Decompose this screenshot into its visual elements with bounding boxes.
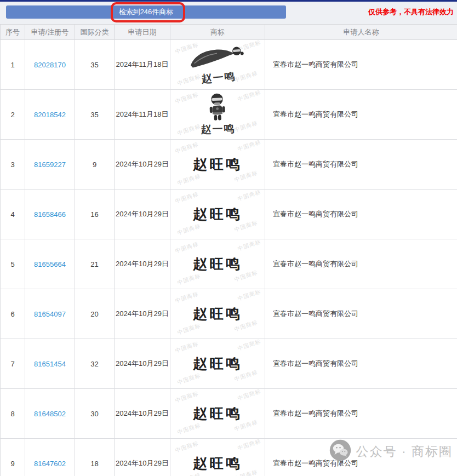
table-row: 6 81654097 20 2024年10月29日 中国商标 中国商标 中国商标… [1,289,457,339]
cell-index: 1 [1,40,25,90]
table-row: 4 81658466 16 2024年10月29日 中国商标 中国商标 中国商标… [1,190,457,239]
trademark-image: 中国商标 中国商标 中国商标 中国商标 [170,190,265,239]
wechat-icon [329,439,352,464]
trademark-image: 中国商标 中国商标 中国商标 中国商标 [170,289,265,339]
cell-reg-no: 81658466 [25,190,75,239]
cell-trademark: 中国商标 中国商标 中国商标 中国商标 [170,140,265,190]
flying-hero-logo [184,42,250,73]
cell-date: 2024年10月29日 [115,389,170,439]
cell-index: 2 [1,90,25,140]
table-header-row: 序号 申请/注册号 国际分类 申请日期 商标 申请人名称 [1,25,457,40]
cell-trademark: 中国商标 中国商标 中国商标 中国商标 [170,40,265,90]
cell-index: 5 [1,239,25,289]
cell-reg-no: 81654097 [25,289,75,339]
col-header-mark: 商标 [170,25,265,40]
table-row: 7 81651454 32 2024年10月29日 中国商标 中国商标 中国商标… [1,339,457,389]
cell-index: 9 [1,439,25,476]
cell-intl-class: 18 [75,439,115,476]
col-header-date: 申请日期 [115,25,170,40]
cell-index: 8 [1,389,25,439]
trademark-image: 中国商标 中国商标 中国商标 中国商标 [170,389,265,438]
cell-applicant: 宜春市赵一鸣商贸有限公司 [265,90,457,140]
trademark-text: 赵旺鸣 [193,404,242,423]
col-header-applicant: 申请人名称 [265,25,457,40]
registration-number-link[interactable]: 82028170 [34,61,66,69]
cell-trademark: 中国商标 中国商标 中国商标 中国商标 [170,190,265,239]
result-count-banner: 检索到246件商标 [6,5,286,19]
registration-number-link[interactable]: 81651454 [34,360,66,368]
cell-index: 6 [1,289,25,339]
registration-number-link[interactable]: 81654097 [34,310,66,318]
cell-reg-no: 81659227 [25,140,75,190]
trademark-image: 中国商标 中国商标 中国商标 中国商标 [170,40,265,89]
col-header-reg-no: 申请/注册号 [25,25,75,40]
cell-intl-class: 9 [75,140,115,190]
cell-trademark: 中国商标 中国商标 中国商标 中国商标 [170,439,265,476]
cell-intl-class: 30 [75,389,115,439]
cell-reg-no: 81655664 [25,239,75,289]
trademark-text: 赵旺鸣 [193,454,242,473]
cell-applicant: 宜春市赵一鸣商贸有限公司 [265,389,457,439]
col-header-class: 国际分类 [75,25,115,40]
table-row: 1 82028170 35 2024年11月18日 中国商标 中国商标 中国商标… [1,40,457,90]
trademark-image: 中国商标 中国商标 中国商标 中国商标 [170,339,265,388]
cell-date: 2024年10月29日 [115,140,170,190]
table-row: 5 81655664 21 2024年10月29日 中国商标 中国商标 中国商标… [1,239,457,289]
registration-number-link[interactable]: 81659227 [34,160,66,169]
cell-applicant: 宜春市赵一鸣商贸有限公司 [265,289,457,339]
cell-reg-no: 82028170 [25,40,75,90]
trademark-search-results-page: 检索到246件商标 仅供参考，不具有法律效力 序号 申请/注册号 国际分类 申请… [0,0,457,476]
cell-trademark: 中国商标 中国商标 中国商标 中国商标 [170,239,265,289]
table-row: 8 81648502 30 2024年10月29日 中国商标 中国商标 中国商标… [1,389,457,439]
cell-date: 2024年10月29日 [115,190,170,239]
cell-date: 2024年10月29日 [115,289,170,339]
cell-date: 2024年10月29日 [115,339,170,389]
cell-index: 7 [1,339,25,389]
trademark-text: 赵一鸣 [201,122,236,137]
cell-index: 3 [1,140,25,190]
cell-intl-class: 35 [75,90,115,140]
cell-reg-no: 82018542 [25,90,75,140]
cell-trademark: 中国商标 中国商标 中国商标 中国商标 [170,339,265,389]
registration-number-link[interactable]: 81647602 [34,460,66,468]
trademark-text: 赵旺鸣 [193,255,242,274]
cell-trademark: 中国商标 中国商标 中国商标 中国商标 [170,289,265,339]
registration-number-link[interactable]: 81655664 [34,260,66,268]
cell-trademark: 中国商标 中国商标 中国商标 中国商标 [170,389,265,439]
disclaimer-text: 仅供参考，不具有法律效力 [368,7,454,17]
table-row: 2 82018542 35 2024年11月18日 中国商标 中国商标 中国商标… [1,90,457,140]
cell-date: 2024年11月18日 [115,90,170,140]
trademark-image: 中国商标 中国商标 中国商标 中国商标 [170,140,265,189]
trademark-image: 中国商标 中国商标 中国商标 中国商标 [170,239,265,289]
results-table: 序号 申请/注册号 国际分类 申请日期 商标 申请人名称 1 82028170 … [0,24,457,476]
cell-intl-class: 16 [75,190,115,239]
cell-intl-class: 32 [75,339,115,389]
cell-intl-class: 20 [75,289,115,339]
cell-date: 2024年10月29日 [115,239,170,289]
trademark-text: 赵旺鸣 [193,354,242,374]
registration-number-link[interactable]: 81658466 [34,210,66,219]
wechat-watermark: 公众号 · 商标圈 [329,439,453,464]
cell-applicant: 宜春市赵一鸣商贸有限公司 [265,40,457,90]
cell-applicant: 宜春市赵一鸣商贸有限公司 [265,339,457,389]
col-header-index: 序号 [1,25,25,40]
cell-applicant: 宜春市赵一鸣商贸有限公司 [265,239,457,289]
cell-reg-no: 81648502 [25,389,75,439]
cell-reg-no: 81647602 [25,439,75,476]
cell-date: 2024年11月18日 [115,40,170,90]
table-row: 3 81659227 9 2024年10月29日 中国商标 中国商标 中国商标 … [1,140,457,190]
registration-number-link[interactable]: 81648502 [34,410,66,418]
standing-hero-logo [203,92,232,123]
cell-reg-no: 81651454 [25,339,75,389]
trademark-text: 赵一鸣 [201,69,237,86]
trademark-image: 中国商标 中国商标 中国商标 中国商标 [170,439,265,476]
cell-applicant: 宜春市赵一鸣商贸有限公司 [265,190,457,239]
trademark-text: 赵旺鸣 [193,155,242,174]
trademark-image: 中国商标 中国商标 中国商标 中国商标 [170,90,265,139]
watermark-label: 公众号 · 商标圈 [356,443,453,460]
registration-number-link[interactable]: 82018542 [34,111,66,119]
cell-applicant: 宜春市赵一鸣商贸有限公司 [265,140,457,190]
cell-intl-class: 35 [75,40,115,90]
trademark-text: 赵旺鸣 [193,305,242,324]
trademark-text: 赵旺鸣 [193,205,242,224]
